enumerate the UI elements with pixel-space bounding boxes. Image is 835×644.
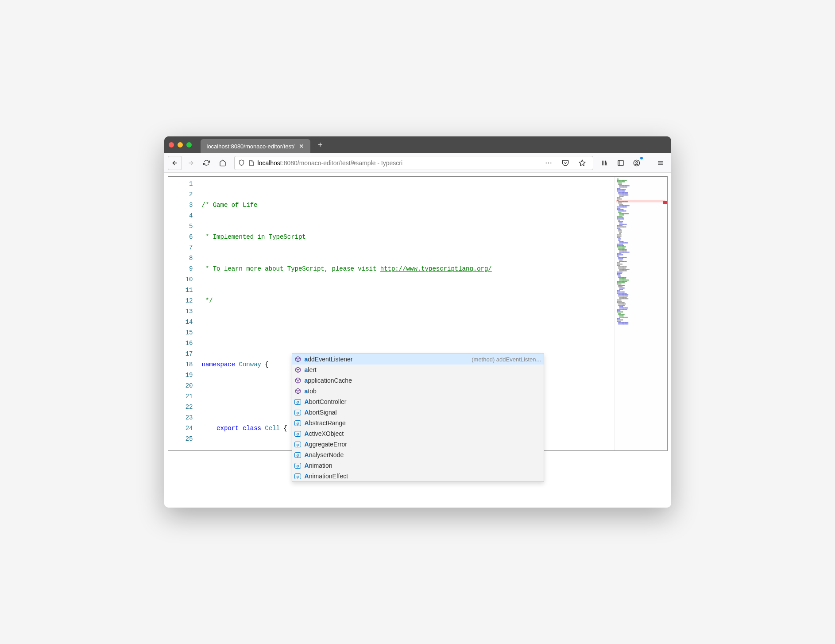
variable-icon: φ xyxy=(294,440,302,448)
close-window-button[interactable] xyxy=(169,142,174,147)
page-icon xyxy=(248,159,255,167)
tab-title: localhost:8080/monaco-editor/test/ xyxy=(207,143,295,150)
shield-icon[interactable] xyxy=(238,159,245,167)
method-icon xyxy=(294,387,302,395)
svg-point-2 xyxy=(636,161,638,163)
title-bar: localhost:8080/monaco-editor/test/ ✕ + xyxy=(164,136,671,153)
suggest-item[interactable]: φActiveXObject xyxy=(292,428,544,439)
suggest-item[interactable]: φAbortSignal xyxy=(292,407,544,418)
account-icon[interactable] xyxy=(630,156,644,170)
suggest-item-label: applicationCache xyxy=(305,377,542,384)
suggest-item[interactable]: φAnimation xyxy=(292,460,544,471)
forward-button[interactable] xyxy=(184,156,198,170)
minimap[interactable]: ███ ██████████████████ ███████████████ █… xyxy=(614,177,667,450)
suggest-item[interactable]: atob xyxy=(292,386,544,396)
home-button[interactable] xyxy=(216,156,230,170)
suggest-item-label: AnalyserNode xyxy=(305,451,542,458)
suggest-item-label: atob xyxy=(305,388,542,395)
reload-button[interactable] xyxy=(200,156,214,170)
suggest-item-label: ActiveXObject xyxy=(305,430,542,437)
suggest-item[interactable]: φAbstractRange xyxy=(292,418,544,428)
browser-toolbar: localhost:8080/monaco-editor/test/#sampl… xyxy=(164,153,671,173)
suggest-item-label: addEventListener xyxy=(305,356,469,363)
suggest-item-detail: (method) addEventListen… xyxy=(472,356,541,363)
method-icon xyxy=(294,376,302,384)
pocket-icon[interactable] xyxy=(558,156,572,170)
suggest-item-label: AggregateError xyxy=(305,441,542,448)
browser-chrome: localhost:8080/monaco-editor/test/ ✕ + xyxy=(164,136,671,173)
suggest-item-label: AbortController xyxy=(305,398,542,405)
suggest-item[interactable]: φAnalyserNode xyxy=(292,450,544,460)
url-text: localhost:8080/monaco-editor/test/#sampl… xyxy=(258,159,539,167)
bookmark-star-icon[interactable] xyxy=(575,156,589,170)
method-icon xyxy=(294,355,302,363)
suggest-widget[interactable]: addEventListener(method) addEventListen…… xyxy=(292,353,544,482)
minimize-window-button[interactable] xyxy=(178,142,183,147)
variable-icon: φ xyxy=(294,462,302,469)
traffic-lights xyxy=(169,142,201,147)
suggest-item[interactable]: φAggregateError xyxy=(292,439,544,450)
suggest-item-label: AbortSignal xyxy=(305,409,542,416)
suggest-item[interactable]: addEventListener(method) addEventListen… xyxy=(292,354,544,365)
browser-window: localhost:8080/monaco-editor/test/ ✕ + xyxy=(164,136,671,508)
line-number-gutter: 1 2 3 4 5 6 7 8 9 10 11 12 13 14 15 16 1… xyxy=(168,177,200,450)
suggest-item[interactable]: alert xyxy=(292,365,544,375)
suggest-item-label: alert xyxy=(305,366,542,373)
variable-icon: φ xyxy=(294,398,302,406)
tab-close-icon[interactable]: ✕ xyxy=(299,143,304,150)
variable-icon: φ xyxy=(294,451,302,459)
sidebar-icon[interactable] xyxy=(614,156,628,170)
suggest-item-label: AnimationEffect xyxy=(305,473,542,480)
toolbar-right xyxy=(598,156,668,170)
maximize-window-button[interactable] xyxy=(186,142,192,147)
suggest-item[interactable]: φAnimationEffect xyxy=(292,471,544,481)
back-button[interactable] xyxy=(168,156,182,170)
suggest-item[interactable]: applicationCache xyxy=(292,375,544,386)
variable-icon: φ xyxy=(294,472,302,480)
browser-tab[interactable]: localhost:8080/monaco-editor/test/ ✕ xyxy=(201,139,311,153)
variable-icon: φ xyxy=(294,430,302,438)
suggest-item-label: Animation xyxy=(305,462,542,469)
library-icon[interactable] xyxy=(598,156,612,170)
method-icon xyxy=(294,366,302,374)
variable-icon: φ xyxy=(294,408,302,416)
variable-icon: φ xyxy=(294,419,302,427)
doc-link[interactable]: http://www.typescriptlang.org/ xyxy=(380,265,492,272)
page-actions-button[interactable]: ⋯ xyxy=(541,156,556,170)
svg-rect-0 xyxy=(618,160,623,166)
new-tab-button[interactable]: + xyxy=(313,138,327,151)
minimap-error-marker xyxy=(663,201,667,204)
suggest-item-label: AbstractRange xyxy=(305,419,542,427)
url-bar[interactable]: localhost:8080/monaco-editor/test/#sampl… xyxy=(234,156,593,170)
suggest-item[interactable]: φAbortController xyxy=(292,396,544,407)
menu-button[interactable] xyxy=(653,156,668,170)
